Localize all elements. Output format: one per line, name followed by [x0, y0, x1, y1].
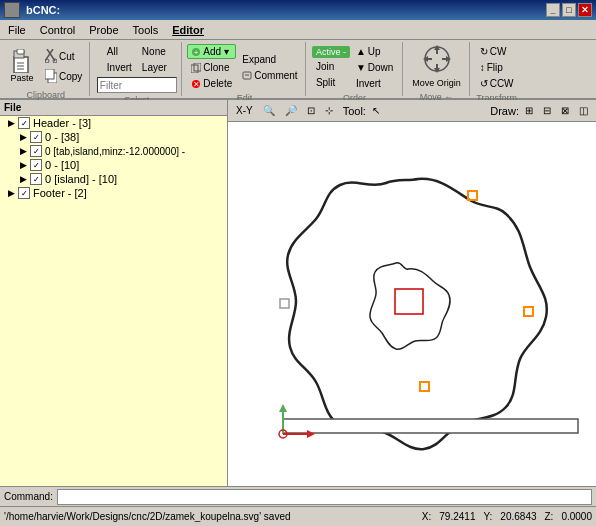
menu-file[interactable]: File [2, 22, 32, 38]
menu-control[interactable]: Control [34, 22, 81, 38]
move-origin-label: Move Origin [412, 78, 461, 88]
delete-label: Delete [203, 78, 232, 89]
cut-button[interactable]: Cut [41, 47, 86, 65]
cw-icon: ↻ [480, 46, 488, 57]
move-icon [422, 44, 452, 74]
up-label: Up [368, 46, 381, 57]
file-tree-panel: File ▶ Header - [3] ▶ 0 - [38] ▶ 0 [tab,… [0, 100, 228, 486]
tree-item-footer[interactable]: ▶ Footer - [2] [0, 186, 227, 200]
x-value: 79.2411 [439, 511, 475, 522]
select-layer-label: Layer [142, 62, 167, 73]
move-origin-button[interactable]: Move Origin [409, 76, 464, 90]
svg-text:+: + [194, 48, 199, 57]
select-tool-button[interactable]: ⊹ [321, 103, 337, 118]
tree-item-tab-island[interactable]: ▶ 0 [tab,island,minz:-12.000000] - [0, 144, 227, 158]
order-up-button[interactable]: ▲ Up [352, 44, 397, 59]
window-controls[interactable]: _ □ ✕ [546, 3, 592, 17]
cw-button[interactable]: ↻ CW [476, 44, 518, 59]
view-xy-button[interactable]: X-Y [232, 103, 257, 118]
tree-label-0-38: 0 - [38] [45, 131, 79, 143]
draw-tool2[interactable]: ⊠ [557, 103, 573, 118]
select-layer-button[interactable]: Layer [138, 60, 171, 75]
split-button[interactable]: Split [312, 75, 350, 90]
add-button[interactable]: + Add ▾ [187, 44, 236, 59]
arrow-tool-button[interactable]: ↖ [368, 103, 384, 118]
expand-button[interactable]: Expand [238, 52, 301, 67]
select-icon: ⊹ [325, 105, 333, 116]
tree-checkbox-island[interactable] [30, 173, 42, 185]
status-message: '/home/harvie/Work/Designs/cnc/2D/zamek_… [4, 511, 414, 522]
select-all-button[interactable]: All [103, 44, 136, 59]
delete-button[interactable]: ✕ Delete [187, 76, 236, 91]
canvas-drawing[interactable] [228, 122, 596, 486]
move-section: Move Origin Move ← [405, 42, 470, 96]
tree-item-0-38[interactable]: ▶ 0 - [38] [0, 130, 227, 144]
select-section: All Invert None Layer Select [92, 42, 182, 96]
content-area: File ▶ Header - [3] ▶ 0 - [38] ▶ 0 [tab,… [0, 100, 596, 486]
draw-tool3[interactable]: ◫ [575, 103, 592, 118]
order-invert-button[interactable]: Invert [352, 76, 397, 91]
svg-rect-2 [17, 49, 24, 54]
tree-label-header: Header - [3] [33, 117, 91, 129]
select-invert-button[interactable]: Invert [103, 60, 136, 75]
grid-button[interactable]: ⊞ [521, 103, 537, 118]
zoom-in-icon: 🔍 [263, 105, 275, 116]
copy-button[interactable]: Copy [41, 67, 86, 85]
tree-item-header[interactable]: ▶ Header - [3] [0, 116, 227, 130]
tree-checkbox-tab[interactable] [30, 145, 42, 157]
join-button[interactable]: Join [312, 59, 350, 74]
maximize-button[interactable]: □ [562, 3, 576, 17]
tree-checkbox-footer[interactable] [18, 187, 30, 199]
app-title: bCNC: [26, 4, 60, 16]
canvas-svg [228, 122, 596, 486]
select-invert-label: Invert [107, 62, 132, 73]
select-none-button[interactable]: None [138, 44, 171, 59]
tree-item-island[interactable]: ▶ 0 [island] - [10] [0, 172, 227, 186]
up-icon: ▲ [356, 46, 366, 57]
status-bar: '/home/harvie/Work/Designs/cnc/2D/zamek_… [0, 506, 596, 526]
comment-label: Comment [254, 70, 297, 81]
command-input[interactable] [57, 489, 592, 505]
clone-button[interactable]: Clone [187, 60, 236, 75]
z-label: Z: [545, 511, 554, 522]
comment-button[interactable]: Comment [238, 68, 301, 83]
copy-icon [45, 69, 57, 83]
flip-label: Flip [487, 62, 503, 73]
zoom-in-button[interactable]: 🔍 [259, 103, 279, 118]
arrow-icon: ↖ [372, 105, 380, 116]
tree-item-0-10[interactable]: ▶ 0 - [10] [0, 158, 227, 172]
zoom-out-button[interactable]: 🔎 [281, 103, 301, 118]
draw-tool1[interactable]: ⊟ [539, 103, 555, 118]
menu-editor[interactable]: Editor [166, 22, 210, 38]
grid-icon: ⊞ [525, 105, 533, 116]
tool-label: Tool: [343, 105, 366, 117]
close-button[interactable]: ✕ [578, 3, 592, 17]
x-label: X: [422, 511, 431, 522]
menu-tools[interactable]: Tools [127, 22, 165, 38]
tree-checkbox-0-10[interactable] [30, 159, 42, 171]
zoom-fit-button[interactable]: ⊡ [303, 103, 319, 118]
order-down-button[interactable]: ▼ Down [352, 60, 397, 75]
tree-label-island: 0 [island] - [10] [45, 173, 117, 185]
clone-icon [191, 63, 201, 73]
paste-button[interactable]: Paste [5, 44, 39, 88]
menu-bar: File Control Probe Tools Editor [0, 20, 596, 40]
svg-rect-11 [45, 69, 54, 79]
view-toolbar: X-Y 🔍 🔎 ⊡ ⊹ Tool: ↖ Draw: ⊞ ⊟ [228, 100, 596, 122]
active-button[interactable]: Active - [312, 46, 350, 58]
tree-checkbox-header[interactable] [18, 117, 30, 129]
svg-rect-35 [283, 419, 578, 433]
flip-button[interactable]: ↕ Flip [476, 60, 518, 75]
tree-label-0-10: 0 - [10] [45, 159, 79, 171]
expand-label: Expand [242, 54, 276, 65]
select-none-label: None [142, 46, 166, 57]
menu-probe[interactable]: Probe [83, 22, 124, 38]
filter-input[interactable] [97, 77, 177, 93]
command-label: Command: [4, 491, 53, 502]
ccw-button[interactable]: ↺ CCW [476, 76, 518, 91]
clone-label: Clone [203, 62, 229, 73]
copy-label: Copy [59, 71, 82, 82]
minimize-button[interactable]: _ [546, 3, 560, 17]
app-icon [4, 2, 20, 18]
tree-checkbox-0-38[interactable] [30, 131, 42, 143]
